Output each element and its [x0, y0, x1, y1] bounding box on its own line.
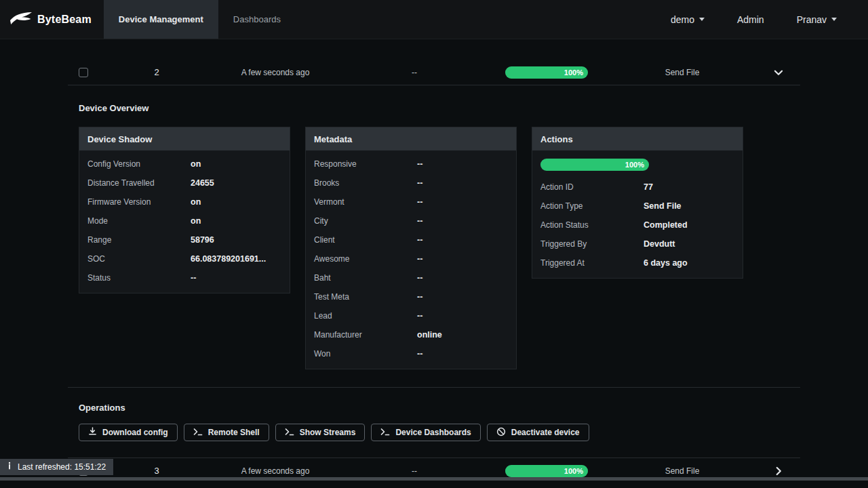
progress-label: 100%: [564, 467, 583, 475]
brand-logo-icon: [9, 10, 33, 29]
kv-label: Range: [87, 235, 191, 245]
kv-value: Devdutt: [644, 239, 675, 249]
kv-label: Triggered By: [540, 239, 644, 249]
tab-dashboards[interactable]: Dashboards: [218, 0, 296, 39]
card-title: Metadata: [306, 127, 516, 150]
actions-card: Actions 100% Action ID77Action TypeSend …: [532, 127, 743, 279]
row-checkbox-cell: [68, 68, 106, 77]
kv-value: --: [417, 235, 422, 245]
kv-value: on: [191, 216, 201, 226]
kv-label: Won: [314, 349, 417, 359]
kv-label: Client: [314, 235, 417, 245]
button-label: Deactivate device: [511, 428, 580, 437]
tab-device-management[interactable]: Device Management: [104, 0, 218, 39]
kv-value: --: [191, 273, 196, 283]
kv-label: Mode: [87, 216, 191, 226]
kv-value: 66.083789201691...: [191, 254, 266, 264]
progress-bar: 100%: [540, 159, 649, 171]
top-navbar: ByteBeam Device Management Dashboards de…: [0, 0, 868, 39]
brand-name: ByteBeam: [37, 14, 92, 26]
navbar-right: demo Admin Pranav: [671, 0, 868, 39]
device-shadow-card: Device Shadow Config VersiononDistance T…: [79, 127, 290, 293]
progress-bar: 100%: [505, 66, 588, 79]
kv-label: SOC: [87, 254, 191, 264]
deactivate-device-button[interactable]: Deactivate device: [487, 424, 589, 441]
row-checkbox[interactable]: [79, 68, 88, 77]
kv-label: Baht: [314, 273, 417, 283]
progress-fill: 100%: [540, 159, 649, 171]
last-heartbeat: A few seconds ago: [208, 68, 343, 77]
kv-value: --: [417, 159, 422, 169]
kv-value: --: [417, 216, 422, 226]
kv-row: Manufactureronline: [306, 325, 516, 344]
kv-label: Distance Travelled: [87, 178, 191, 188]
kv-row: Range58796: [79, 230, 290, 249]
download-config-button[interactable]: Download config: [79, 424, 178, 441]
kv-value: on: [191, 159, 201, 169]
last-refreshed-badge: Last refreshed: 15:51:22: [0, 459, 113, 475]
row-metadata-value: --: [343, 68, 486, 77]
button-label: Remote Shell: [208, 428, 260, 437]
kv-row: Responsive--: [306, 155, 516, 174]
operations-buttons: Download config Remote Shell Show Stream…: [79, 424, 800, 441]
kv-row: Triggered ByDevdutt: [532, 235, 743, 253]
kv-value: Completed: [644, 220, 688, 230]
prohibit-icon: [496, 427, 506, 439]
horizontal-scrollbar[interactable]: [0, 477, 868, 481]
kv-value: --: [417, 197, 422, 207]
admin-menu-item[interactable]: Admin: [737, 14, 764, 25]
expand-row-chevron-right-icon[interactable]: [772, 465, 785, 477]
kv-value: online: [417, 330, 442, 340]
kv-row: Client--: [306, 230, 516, 249]
progress-fill: 100%: [505, 465, 588, 477]
tab-label: Device Management: [119, 14, 203, 24]
user-dropdown[interactable]: Pranav: [797, 14, 837, 25]
kv-value: Send File: [644, 201, 682, 211]
remote-shell-button[interactable]: Remote Shell: [184, 424, 269, 441]
device-dashboards-button[interactable]: Device Dashboards: [371, 424, 480, 441]
project-name: demo: [671, 14, 694, 25]
kv-label: Test Meta: [314, 292, 417, 302]
kv-row: Baht--: [306, 268, 516, 287]
download-icon: [88, 427, 97, 438]
kv-row: Triggered At6 days ago: [532, 253, 743, 272]
kv-label: Responsive: [314, 159, 417, 169]
kv-value: --: [417, 254, 422, 264]
kv-row: Distance Travelled24655: [79, 174, 290, 192]
row-action-type: Send File: [608, 68, 757, 77]
kv-row: Action StatusCompleted: [532, 216, 743, 235]
card-title: Device Shadow: [79, 127, 290, 150]
kv-row: Vermont--: [306, 192, 516, 211]
device-overview-section: Device Overview Device Shadow Config Ver…: [68, 103, 800, 369]
device-id: 2: [106, 67, 208, 77]
info-icon: [6, 462, 13, 472]
terminal-icon: [380, 428, 390, 438]
collapse-row-chevron-down-icon[interactable]: [772, 66, 785, 79]
progress-label: 100%: [564, 68, 583, 77]
device-id: 3: [106, 466, 208, 476]
last-heartbeat: A few seconds ago: [208, 466, 343, 476]
card-title: Actions: [532, 127, 743, 150]
row-progress-cell: 100%: [486, 66, 608, 79]
metadata-card: Metadata Responsive--Brooks--Vermont--Ci…: [305, 127, 517, 369]
overview-cards: Device Shadow Config VersiononDistance T…: [68, 113, 800, 369]
button-label: Download config: [102, 428, 168, 437]
action-progress-cell: 100%: [532, 150, 743, 174]
kv-label: Brooks: [314, 178, 417, 188]
kv-value: --: [417, 292, 422, 302]
tab-label: Dashboards: [233, 14, 281, 24]
kv-row: Test Meta--: [306, 287, 516, 306]
kv-label: Lead: [314, 311, 417, 321]
kv-value: 6 days ago: [644, 258, 688, 268]
operations-title: Operations: [79, 403, 800, 413]
kv-row: Brooks--: [306, 174, 516, 192]
progress-bar: 100%: [505, 465, 588, 477]
show-streams-button[interactable]: Show Streams: [275, 424, 366, 441]
project-dropdown[interactable]: demo: [671, 14, 705, 25]
kv-row: SOC66.083789201691...: [79, 249, 290, 268]
kv-label: Triggered At: [540, 258, 644, 268]
progress-label: 100%: [625, 161, 644, 169]
device-row-expanded[interactable]: 2 A few seconds ago -- 100% Send File: [68, 60, 800, 85]
admin-label: Admin: [737, 14, 764, 25]
brand[interactable]: ByteBeam: [0, 0, 104, 39]
